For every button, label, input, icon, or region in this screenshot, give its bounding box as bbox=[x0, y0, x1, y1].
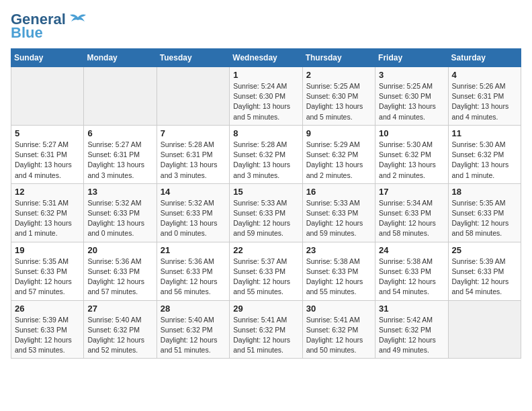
col-header-wednesday: Wednesday bbox=[230, 49, 302, 67]
day-info: Sunrise: 5:33 AMSunset: 6:33 PMDaylight:… bbox=[306, 198, 371, 239]
calendar-cell: 25Sunrise: 5:39 AMSunset: 6:33 PMDayligh… bbox=[448, 242, 521, 300]
header: General Blue bbox=[11, 11, 521, 42]
calendar-cell: 26Sunrise: 5:39 AMSunset: 6:33 PMDayligh… bbox=[11, 300, 84, 359]
calendar-cell: 29Sunrise: 5:41 AMSunset: 6:32 PMDayligh… bbox=[230, 300, 302, 359]
day-info: Sunrise: 5:36 AMSunset: 6:33 PMDaylight:… bbox=[161, 257, 226, 298]
day-info: Sunrise: 5:37 AMSunset: 6:33 PMDaylight:… bbox=[233, 257, 298, 298]
calendar-cell: 30Sunrise: 5:41 AMSunset: 6:32 PMDayligh… bbox=[302, 300, 375, 359]
day-number: 4 bbox=[452, 70, 517, 80]
day-number: 29 bbox=[233, 304, 298, 314]
calendar-cell: 31Sunrise: 5:42 AMSunset: 6:32 PMDayligh… bbox=[375, 300, 448, 359]
calendar-cell: 6Sunrise: 5:27 AMSunset: 6:31 PMDaylight… bbox=[84, 125, 157, 183]
logo-bird-icon bbox=[69, 12, 87, 27]
week-row-1: 1Sunrise: 5:24 AMSunset: 6:30 PMDaylight… bbox=[11, 67, 521, 126]
calendar-cell: 22Sunrise: 5:37 AMSunset: 6:33 PMDayligh… bbox=[230, 242, 302, 300]
day-info: Sunrise: 5:33 AMSunset: 6:33 PMDaylight:… bbox=[233, 198, 298, 239]
day-info: Sunrise: 5:28 AMSunset: 6:31 PMDaylight:… bbox=[161, 140, 226, 181]
day-info: Sunrise: 5:28 AMSunset: 6:32 PMDaylight:… bbox=[233, 140, 298, 181]
day-number: 7 bbox=[161, 128, 226, 138]
day-number: 8 bbox=[233, 128, 298, 138]
calendar-cell: 28Sunrise: 5:40 AMSunset: 6:32 PMDayligh… bbox=[157, 300, 229, 359]
day-info: Sunrise: 5:30 AMSunset: 6:32 PMDaylight:… bbox=[452, 140, 517, 181]
calendar-cell: 11Sunrise: 5:30 AMSunset: 6:32 PMDayligh… bbox=[448, 125, 521, 183]
calendar-cell: 21Sunrise: 5:36 AMSunset: 6:33 PMDayligh… bbox=[157, 242, 229, 300]
calendar-cell: 24Sunrise: 5:38 AMSunset: 6:33 PMDayligh… bbox=[375, 242, 448, 300]
day-info: Sunrise: 5:32 AMSunset: 6:33 PMDaylight:… bbox=[161, 198, 226, 239]
day-number: 1 bbox=[233, 70, 298, 80]
calendar-cell: 16Sunrise: 5:33 AMSunset: 6:33 PMDayligh… bbox=[302, 183, 375, 242]
day-number: 31 bbox=[379, 304, 444, 314]
week-row-2: 5Sunrise: 5:27 AMSunset: 6:31 PMDaylight… bbox=[11, 125, 521, 183]
day-number: 19 bbox=[15, 245, 80, 255]
col-header-sunday: Sunday bbox=[11, 49, 84, 67]
day-info: Sunrise: 5:25 AMSunset: 6:30 PMDaylight:… bbox=[306, 81, 371, 122]
day-number: 24 bbox=[379, 245, 444, 255]
day-number: 17 bbox=[379, 187, 444, 197]
day-info: Sunrise: 5:41 AMSunset: 6:32 PMDaylight:… bbox=[233, 315, 298, 356]
calendar-table: SundayMondayTuesdayWednesdayThursdayFrid… bbox=[11, 48, 521, 359]
day-info: Sunrise: 5:42 AMSunset: 6:32 PMDaylight:… bbox=[379, 315, 444, 356]
col-header-tuesday: Tuesday bbox=[157, 49, 229, 67]
col-header-monday: Monday bbox=[84, 49, 157, 67]
week-row-4: 19Sunrise: 5:35 AMSunset: 6:33 PMDayligh… bbox=[11, 242, 521, 300]
day-info: Sunrise: 5:38 AMSunset: 6:33 PMDaylight:… bbox=[306, 257, 371, 298]
header-row: SundayMondayTuesdayWednesdayThursdayFrid… bbox=[11, 49, 521, 67]
day-number: 9 bbox=[306, 128, 371, 138]
week-row-3: 12Sunrise: 5:31 AMSunset: 6:32 PMDayligh… bbox=[11, 183, 521, 242]
calendar-cell: 7Sunrise: 5:28 AMSunset: 6:31 PMDaylight… bbox=[157, 125, 229, 183]
day-info: Sunrise: 5:40 AMSunset: 6:32 PMDaylight:… bbox=[87, 315, 152, 356]
day-info: Sunrise: 5:39 AMSunset: 6:33 PMDaylight:… bbox=[452, 257, 517, 298]
day-number: 20 bbox=[87, 245, 152, 255]
day-number: 18 bbox=[452, 187, 517, 197]
day-number: 21 bbox=[161, 245, 226, 255]
day-info: Sunrise: 5:29 AMSunset: 6:32 PMDaylight:… bbox=[306, 140, 371, 181]
day-number: 12 bbox=[15, 187, 80, 197]
day-number: 22 bbox=[233, 245, 298, 255]
day-number: 14 bbox=[161, 187, 226, 197]
calendar-cell: 23Sunrise: 5:38 AMSunset: 6:33 PMDayligh… bbox=[302, 242, 375, 300]
day-number: 28 bbox=[161, 304, 226, 314]
calendar-cell bbox=[11, 67, 84, 126]
day-number: 15 bbox=[233, 187, 298, 197]
day-info: Sunrise: 5:39 AMSunset: 6:33 PMDaylight:… bbox=[15, 315, 80, 356]
calendar-cell: 27Sunrise: 5:40 AMSunset: 6:32 PMDayligh… bbox=[84, 300, 157, 359]
calendar-cell: 1Sunrise: 5:24 AMSunset: 6:30 PMDaylight… bbox=[230, 67, 302, 126]
day-info: Sunrise: 5:38 AMSunset: 6:33 PMDaylight:… bbox=[379, 257, 444, 298]
calendar-cell: 20Sunrise: 5:36 AMSunset: 6:33 PMDayligh… bbox=[84, 242, 157, 300]
calendar-cell: 2Sunrise: 5:25 AMSunset: 6:30 PMDaylight… bbox=[302, 67, 375, 126]
day-number: 10 bbox=[379, 128, 444, 138]
day-number: 30 bbox=[306, 304, 371, 314]
day-info: Sunrise: 5:34 AMSunset: 6:33 PMDaylight:… bbox=[379, 198, 444, 239]
day-info: Sunrise: 5:41 AMSunset: 6:32 PMDaylight:… bbox=[306, 315, 371, 356]
day-info: Sunrise: 5:25 AMSunset: 6:30 PMDaylight:… bbox=[379, 81, 444, 122]
col-header-thursday: Thursday bbox=[302, 49, 375, 67]
day-info: Sunrise: 5:31 AMSunset: 6:32 PMDaylight:… bbox=[15, 198, 80, 239]
logo: General Blue bbox=[11, 11, 87, 42]
calendar-cell bbox=[84, 67, 157, 126]
day-info: Sunrise: 5:32 AMSunset: 6:33 PMDaylight:… bbox=[87, 198, 152, 239]
calendar-cell bbox=[448, 300, 521, 359]
day-number: 23 bbox=[306, 245, 371, 255]
day-number: 27 bbox=[87, 304, 152, 314]
day-info: Sunrise: 5:27 AMSunset: 6:31 PMDaylight:… bbox=[87, 140, 152, 181]
calendar-cell: 15Sunrise: 5:33 AMSunset: 6:33 PMDayligh… bbox=[230, 183, 302, 242]
calendar-cell: 5Sunrise: 5:27 AMSunset: 6:31 PMDaylight… bbox=[11, 125, 84, 183]
day-number: 11 bbox=[452, 128, 517, 138]
col-header-saturday: Saturday bbox=[448, 49, 521, 67]
calendar-cell: 10Sunrise: 5:30 AMSunset: 6:32 PMDayligh… bbox=[375, 125, 448, 183]
day-number: 25 bbox=[452, 245, 517, 255]
calendar-cell: 12Sunrise: 5:31 AMSunset: 6:32 PMDayligh… bbox=[11, 183, 84, 242]
day-number: 13 bbox=[87, 187, 152, 197]
day-info: Sunrise: 5:35 AMSunset: 6:33 PMDaylight:… bbox=[15, 257, 80, 298]
day-info: Sunrise: 5:27 AMSunset: 6:31 PMDaylight:… bbox=[15, 140, 80, 181]
day-number: 6 bbox=[87, 128, 152, 138]
calendar-cell bbox=[157, 67, 229, 126]
day-info: Sunrise: 5:35 AMSunset: 6:33 PMDaylight:… bbox=[452, 198, 517, 239]
col-header-friday: Friday bbox=[375, 49, 448, 67]
calendar-cell: 8Sunrise: 5:28 AMSunset: 6:32 PMDaylight… bbox=[230, 125, 302, 183]
calendar-cell: 17Sunrise: 5:34 AMSunset: 6:33 PMDayligh… bbox=[375, 183, 448, 242]
day-info: Sunrise: 5:36 AMSunset: 6:33 PMDaylight:… bbox=[87, 257, 152, 298]
calendar-cell: 14Sunrise: 5:32 AMSunset: 6:33 PMDayligh… bbox=[157, 183, 229, 242]
logo-blue: Blue bbox=[11, 24, 43, 42]
calendar-cell: 3Sunrise: 5:25 AMSunset: 6:30 PMDaylight… bbox=[375, 67, 448, 126]
